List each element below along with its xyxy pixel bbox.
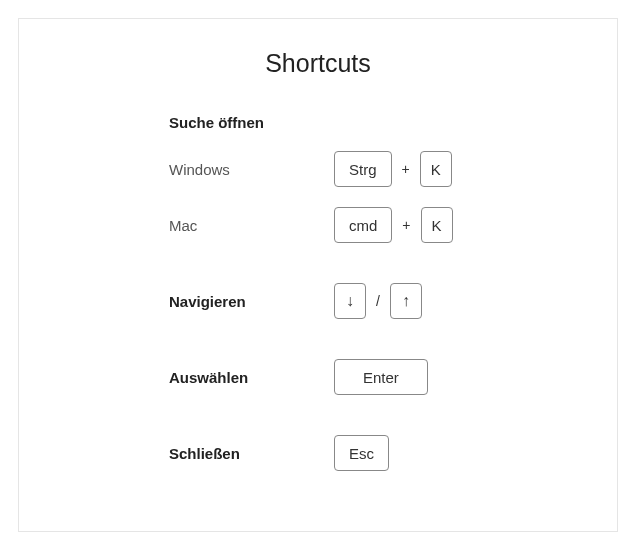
key-arrow-down: ↓ [334, 283, 366, 319]
key-arrow-up: ↑ [390, 283, 422, 319]
arrow-up-icon: ↑ [402, 293, 410, 309]
label-mac: Mac [169, 217, 334, 234]
key-k: K [420, 151, 452, 187]
slash-separator: / [374, 293, 382, 309]
keys-mac: cmd + K [334, 207, 453, 243]
keys-navigate: ↓ / ↑ [334, 283, 422, 319]
key-ctrl: Strg [334, 151, 392, 187]
row-close: Schließen Esc [169, 435, 577, 471]
keys-windows: Strg + K [334, 151, 452, 187]
row-mac: Mac cmd + K [169, 207, 577, 243]
card-title: Shortcuts [59, 49, 577, 78]
keys-select: Enter [334, 359, 428, 395]
key-esc: Esc [334, 435, 389, 471]
label-windows: Windows [169, 161, 334, 178]
plus-separator: + [400, 217, 412, 233]
label-navigate: Navigieren [169, 293, 334, 310]
row-windows: Windows Strg + K [169, 151, 577, 187]
shortcuts-content: Suche öffnen Windows Strg + K Mac cmd + … [59, 114, 577, 471]
key-cmd: cmd [334, 207, 392, 243]
label-close: Schließen [169, 445, 334, 462]
plus-separator: + [400, 161, 412, 177]
key-k: K [421, 207, 453, 243]
label-select: Auswählen [169, 369, 334, 386]
section-open-search-header: Suche öffnen [169, 114, 577, 131]
key-enter: Enter [334, 359, 428, 395]
keys-close: Esc [334, 435, 389, 471]
row-select: Auswählen Enter [169, 359, 577, 395]
arrow-down-icon: ↓ [346, 293, 354, 309]
shortcuts-card: Shortcuts Suche öffnen Windows Strg + K … [18, 18, 618, 532]
row-navigate: Navigieren ↓ / ↑ [169, 283, 577, 319]
